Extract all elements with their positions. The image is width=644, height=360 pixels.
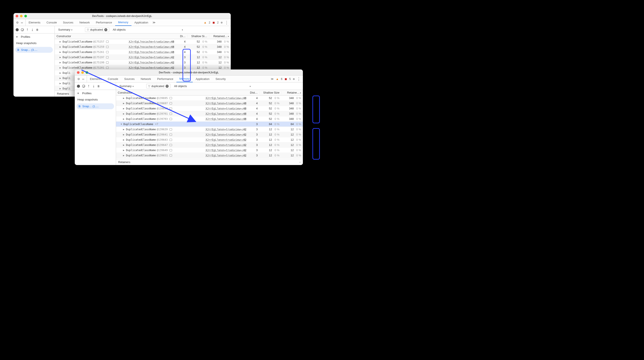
sliders-icon[interactable] [77,92,80,95]
expand-icon[interactable] [123,97,125,99]
expand-icon[interactable] [60,51,62,53]
filter-chip[interactable]: ▽ duplicated × [85,27,109,32]
table-row[interactable]: DuplicatedClassName @175197XJrrEgL?nocac… [55,55,231,60]
table-row[interactable]: DuplicatedClassName @139643XJrrEgL?anon=… [116,137,303,142]
expand-icon[interactable] [123,128,125,130]
table-row[interactable]: DuplicatedClassName @139695XJrrEgL?anon=… [116,95,303,101]
trash-icon[interactable] [36,28,39,31]
tab-elements[interactable]: Elements [87,75,105,82]
close-icon[interactable] [77,71,80,74]
tab-network[interactable]: Network [138,75,154,82]
filter-chip[interactable]: ▽ duplicated × [146,84,170,88]
table-row[interactable]: DuplicatedClassName×73840 %840 % [116,122,303,127]
reveal-icon[interactable] [170,139,172,141]
settings-icon[interactable] [221,21,222,24]
objects-caret[interactable] [249,84,251,88]
trash-icon[interactable] [97,84,100,88]
table-row[interactable]: DuplicatedClassName @139639XJrrEgL?anon=… [116,127,303,132]
source-link[interactable]: XJrrEgL?anon=true&view=:42 [206,128,246,131]
menu-icon[interactable] [225,20,228,25]
record-icon[interactable] [16,28,19,31]
reveal-icon[interactable] [170,144,172,146]
tab-application[interactable]: Application [132,19,152,26]
expand-icon[interactable] [123,154,125,157]
source-link[interactable]: XJrrEgL?anon=true&view=:48 [206,112,246,115]
reveal-icon[interactable] [106,56,109,58]
minimize-icon[interactable] [20,15,22,17]
retainers-panel[interactable]: Retainers ≡ [116,159,303,165]
expand-icon[interactable] [123,139,125,141]
table-row[interactable]: DuplicatedClassName @175259XJrrEgL?nocac… [55,44,231,49]
reveal-icon[interactable] [170,102,172,104]
col-distance[interactable]: Dist… [246,91,260,94]
source-link[interactable]: XJrrEgL?anon=true&view=:48 [206,97,246,100]
clear-filter-icon[interactable]: × [166,85,168,88]
tab-console[interactable]: Console [105,75,121,82]
source-link[interactable]: XJrrEgL?anon=true&view=:42 [206,149,246,152]
tab-application[interactable]: Application [193,75,213,82]
reveal-icon[interactable] [170,113,172,115]
clear-icon[interactable] [21,28,24,31]
download-icon[interactable] [31,28,34,31]
error-icon[interactable]: ◼ [212,21,215,24]
view-select[interactable]: Summary [118,84,138,88]
col-retained[interactable]: Retained… [209,34,231,38]
source-link[interactable]: XJrrEgL?anon=true&view=:42 [206,138,246,141]
clear-filter-icon[interactable]: × [104,28,107,31]
source-link[interactable]: XJrrEgL?nocache=true&view=:48 [129,40,174,43]
col-shallow[interactable]: Shallow Si… [187,34,209,38]
source-link[interactable]: XJrrEgL?anon=true&view=:42 [206,143,246,147]
tab-sources[interactable]: Sources [60,19,76,26]
col-distance[interactable]: Di… [174,34,187,38]
more-tabs-icon[interactable] [271,77,274,80]
col-shallow[interactable]: Shallow Size [260,91,281,94]
objects-select[interactable]: All objects [112,27,130,32]
device-icon[interactable]: ▭ [21,21,23,24]
reveal-icon[interactable] [170,107,172,110]
reveal-icon[interactable] [106,41,109,43]
grip-icon[interactable]: ≡ [300,161,301,163]
table-row[interactable]: DuplicatedClassName @139703XJrrEgL?anon=… [116,116,303,122]
source-link[interactable]: XJrrEgL?nocache=true&view=:48 [129,45,174,48]
expand-icon[interactable] [123,102,125,104]
table-row[interactable]: DuplicatedClassName @175261XJrrEgL?nocac… [55,49,231,55]
reveal-icon[interactable] [170,134,172,136]
tab-security[interactable]: Security [212,75,229,82]
minimize-icon[interactable] [81,71,84,74]
collapse-icon[interactable] [120,123,122,125]
expand-icon[interactable] [60,72,62,74]
reveal-icon[interactable] [106,51,109,53]
col-retained[interactable]: Retaine… [281,91,303,94]
reveal-icon[interactable] [106,67,109,69]
expand-icon[interactable] [60,67,62,69]
error-icon[interactable]: ◼ [285,77,287,80]
expand-icon[interactable] [60,82,62,84]
source-link[interactable]: XJrrEgL?nocache=true&view=:42 [129,56,174,59]
sliders-icon[interactable] [16,35,19,38]
expand-icon[interactable] [123,149,125,151]
reveal-icon[interactable] [106,61,109,64]
source-link[interactable]: XJrrEgL?nocache=true&view=:42 [129,61,174,64]
table-row[interactable]: DuplicatedClassName @139641XJrrEgL?anon=… [116,132,303,137]
source-link[interactable]: XJrrEgL?anon=true&view=:48 [206,102,246,105]
device-icon[interactable]: ▭ [82,77,84,80]
tab-elements[interactable]: Elements [26,19,44,26]
record-icon[interactable] [77,85,80,88]
tab-memory[interactable]: Memory [176,75,193,82]
tab-performance[interactable]: Performance [93,19,115,26]
maximize-icon[interactable] [24,15,27,17]
expand-icon[interactable] [123,107,125,110]
tab-console[interactable]: Console [44,19,60,26]
expand-icon[interactable] [60,41,62,43]
table-row[interactable]: DuplicatedClassName @139697XJrrEgL?anon=… [116,101,303,106]
source-link[interactable]: XJrrEgL?nocache=true&view=:48 [129,51,174,54]
expand-icon[interactable] [123,134,125,136]
expand-icon[interactable] [60,61,62,64]
objects-select[interactable]: All objects [173,84,191,88]
inspect-icon[interactable]: ⯐ [77,77,80,80]
expand-icon[interactable] [60,87,62,90]
source-link[interactable]: XJrrEgL?nocache=true&view=:42 [129,66,174,69]
table-row[interactable]: DuplicatedClassName @139701XJrrEgL?anon=… [116,111,303,116]
tab-network[interactable]: Network [76,19,93,26]
upload-icon[interactable] [87,84,90,88]
